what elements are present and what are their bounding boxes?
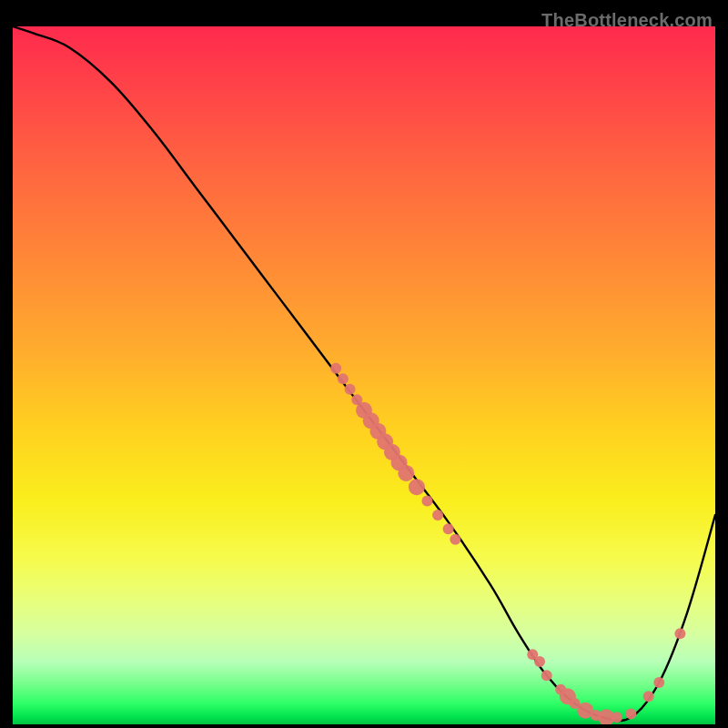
data-marker xyxy=(541,670,552,681)
data-marker xyxy=(409,479,425,495)
data-marker xyxy=(625,708,636,719)
data-marker xyxy=(338,373,349,384)
chart-svg xyxy=(13,26,715,724)
curve-layer xyxy=(13,26,715,721)
data-marker xyxy=(450,534,460,545)
plot-area xyxy=(13,26,715,724)
data-marker xyxy=(534,656,545,667)
data-marker xyxy=(674,628,685,639)
marker-layer xyxy=(330,363,685,724)
watermark-text: TheBottleneck.com xyxy=(541,10,713,31)
data-marker xyxy=(421,496,432,507)
data-marker xyxy=(653,677,664,688)
chart-frame: TheBottleneck.com xyxy=(10,10,718,718)
data-marker xyxy=(612,712,622,723)
bottleneck-curve xyxy=(13,26,715,721)
data-marker xyxy=(345,384,356,395)
data-marker xyxy=(443,523,454,534)
data-marker xyxy=(432,510,443,521)
data-marker xyxy=(330,363,341,374)
data-marker xyxy=(398,465,414,481)
data-marker xyxy=(643,691,654,702)
